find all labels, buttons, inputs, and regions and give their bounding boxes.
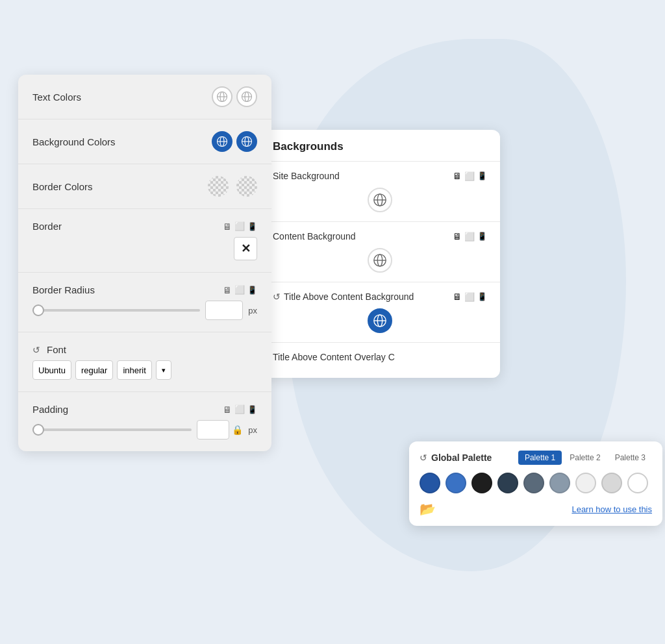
palette-color-6[interactable] [549, 473, 570, 493]
border-row-top: Border 🖥 ⬜ 📱 [32, 221, 257, 232]
content-bg-device-icons: 🖥 ⬜ 📱 [453, 231, 487, 242]
border-row: Border 🖥 ⬜ 📱 ✕ [18, 209, 271, 273]
padding-device-icons: 🖥 ⬜ 📱 [223, 404, 257, 415]
middle-panel: Backgrounds Site Background 🖥 ⬜ 📱 Conten… [260, 130, 500, 378]
palette-color-9[interactable] [627, 473, 648, 493]
site-background-label: Site Background [273, 171, 340, 181]
border-radius-device-icons: 🖥 ⬜ 📱 [223, 285, 257, 295]
font-dropdown-arrow[interactable]: ▾ [156, 360, 171, 380]
site-bg-phone-icon[interactable]: 📱 [477, 171, 487, 180]
font-row: ↺ Font Ubuntu regular inherit ▾ [18, 332, 271, 392]
content-background-header: Content Background 🖥 ⬜ 📱 [273, 231, 487, 242]
border-radius-tablet-icon[interactable]: ⬜ [234, 285, 245, 295]
border-colors-checker2[interactable] [236, 176, 257, 197]
padding-slider-thumb [32, 424, 44, 436]
title-above-phone-icon[interactable]: 📱 [477, 292, 487, 301]
site-background-globe-btn[interactable] [368, 188, 392, 212]
content-background-section: Content Background 🖥 ⬜ 📱 [260, 222, 500, 282]
palette-color-8[interactable] [601, 473, 622, 493]
palette-title-group: ↺ Global Palette [420, 452, 492, 463]
content-bg-monitor-icon[interactable]: 🖥 [453, 231, 462, 242]
border-radius-phone-icon[interactable]: 📱 [247, 286, 257, 295]
font-weight-select[interactable]: regular [75, 360, 113, 380]
palette-tab-2[interactable]: Palette 2 [563, 451, 607, 465]
border-radius-slider[interactable] [32, 309, 200, 312]
font-reset-icon[interactable]: ↺ [32, 345, 40, 355]
site-background-section: Site Background 🖥 ⬜ 📱 [260, 162, 500, 222]
palette-color-4[interactable] [497, 473, 518, 493]
title-above-content-bg-globe-btn[interactable] [368, 308, 392, 333]
font-label: Font [47, 344, 66, 355]
palette-header: ↺ Global Palette Palette 1 Palette 2 Pal… [420, 451, 652, 465]
text-colors-globe2[interactable] [236, 86, 257, 107]
palette-colors [420, 473, 652, 493]
border-radius-monitor-icon[interactable]: 🖥 [223, 285, 232, 295]
palette-color-5[interactable] [523, 473, 544, 493]
border-tablet-icon[interactable]: ⬜ [234, 221, 245, 231]
learn-link[interactable]: Learn how to use this [571, 504, 652, 514]
palette-color-2[interactable] [445, 473, 466, 493]
palette-color-7[interactable] [575, 473, 596, 493]
middle-panel-header: Backgrounds [260, 130, 500, 162]
border-device-icons: 🖥 ⬜ 📱 [223, 221, 257, 232]
padding-row-top: Padding 🖥 ⬜ 📱 [32, 404, 257, 415]
left-panel: Text Colors Background Colors [18, 75, 271, 451]
global-palette-panel: ↺ Global Palette Palette 1 Palette 2 Pal… [409, 441, 662, 526]
palette-reset-icon[interactable]: ↺ [420, 452, 427, 463]
palette-tab-3[interactable]: Palette 3 [609, 451, 652, 465]
background-colors-icons [212, 131, 257, 152]
site-bg-tablet-icon[interactable]: ⬜ [464, 171, 475, 181]
palette-footer: 📂 Learn how to use this [420, 501, 652, 517]
padding-slider-row: 🔒 px [32, 420, 257, 440]
title-above-content-bg-label-group: ↺ Title Above Content Background [273, 291, 414, 302]
padding-phone-icon[interactable]: 📱 [247, 405, 257, 414]
border-x-button[interactable]: ✕ [234, 237, 257, 260]
border-radius-thumb [32, 304, 44, 316]
background-colors-label: Background Colors [32, 136, 116, 147]
background-colors-globe2[interactable] [236, 131, 257, 152]
border-radius-row: Border Radius 🖥 ⬜ 📱 px [18, 273, 271, 332]
padding-monitor-icon[interactable]: 🖥 [223, 404, 232, 415]
content-bg-phone-icon[interactable]: 📱 [477, 232, 487, 241]
border-colors-label: Border Colors [32, 181, 93, 192]
title-above-content-overlay-section: Title Above Content Overlay C [260, 343, 500, 378]
content-background-globe-btn[interactable] [368, 248, 392, 273]
title-above-content-bg-header: ↺ Title Above Content Background 🖥 ⬜ 📱 [273, 291, 487, 302]
font-size-select[interactable]: inherit [117, 360, 151, 380]
title-above-tablet-icon[interactable]: ⬜ [464, 292, 475, 302]
site-bg-monitor-icon[interactable]: 🖥 [453, 171, 462, 181]
title-above-content-bg-section: ↺ Title Above Content Background 🖥 ⬜ 📱 [260, 282, 500, 343]
padding-slider[interactable] [32, 428, 192, 431]
padding-px: px [248, 425, 257, 435]
border-colors-checker1[interactable] [208, 176, 229, 197]
palette-folder-icon[interactable]: 📂 [420, 501, 436, 517]
content-bg-tablet-icon[interactable]: ⬜ [464, 232, 475, 242]
padding-label: Padding [32, 404, 68, 415]
title-above-content-overlay-header: Title Above Content Overlay C [273, 352, 487, 362]
padding-tablet-icon[interactable]: ⬜ [234, 404, 245, 414]
title-above-monitor-icon[interactable]: 🖥 [453, 291, 462, 302]
background-colors-row: Background Colors [18, 119, 271, 164]
content-background-label: Content Background [273, 231, 356, 242]
border-colors-row: Border Colors [18, 164, 271, 209]
palette-color-3[interactable] [471, 473, 492, 493]
font-selects: Ubuntu regular inherit ▾ [32, 360, 171, 380]
font-family-select[interactable]: Ubuntu [32, 360, 71, 380]
title-above-reset-icon[interactable]: ↺ [273, 291, 281, 302]
padding-input[interactable] [197, 420, 229, 440]
palette-tab-1[interactable]: Palette 1 [518, 451, 562, 465]
text-colors-label: Text Colors [32, 92, 81, 103]
border-label: Border [32, 221, 62, 232]
padding-row: Padding 🖥 ⬜ 📱 🔒 px [18, 392, 271, 451]
border-radius-input[interactable] [205, 301, 243, 320]
border-phone-icon[interactable]: 📱 [247, 222, 257, 231]
palette-color-1[interactable] [420, 473, 440, 493]
border-radius-top: Border Radius 🖥 ⬜ 📱 [32, 284, 257, 295]
text-colors-globe1[interactable] [212, 86, 232, 107]
border-colors-icons [208, 176, 257, 197]
text-colors-icons [212, 86, 257, 107]
background-colors-globe1[interactable] [212, 131, 232, 152]
border-radius-px: px [248, 306, 257, 316]
border-monitor-icon[interactable]: 🖥 [223, 221, 232, 232]
padding-lock-icon[interactable]: 🔒 [232, 425, 243, 435]
